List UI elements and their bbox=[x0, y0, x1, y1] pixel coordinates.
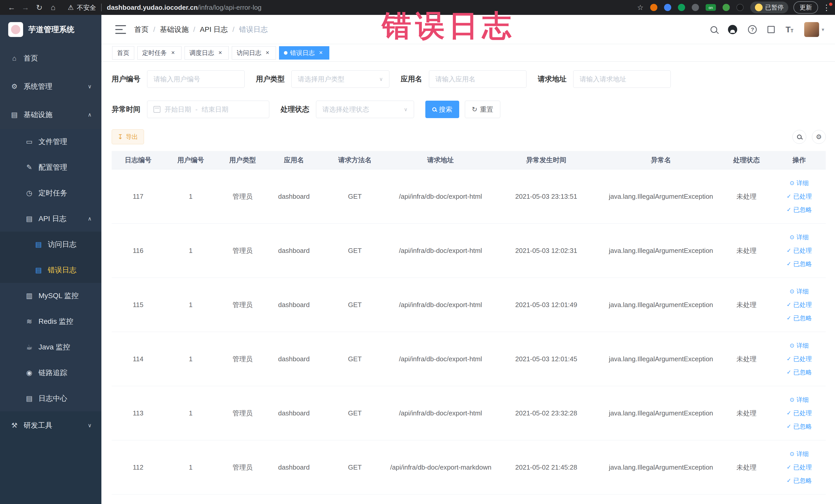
search-button[interactable]: 搜索 bbox=[425, 101, 459, 118]
back-icon[interactable]: ← bbox=[5, 3, 19, 12]
check-icon: ✓ bbox=[787, 356, 791, 362]
extension-on-icon[interactable]: on bbox=[706, 4, 716, 11]
sidebar-item-api-log[interactable]: ▤ API 日志 ∧ bbox=[0, 206, 101, 231]
exception-time-range-picker[interactable]: 开始日期 - 结束日期 bbox=[147, 101, 269, 118]
request-url-input[interactable]: 请输入请求地址 bbox=[573, 70, 671, 88]
sidebar-item-job[interactable]: ◷ 定时任务 bbox=[0, 180, 101, 206]
chevron-down-icon: ∨ bbox=[404, 106, 408, 113]
reload-icon[interactable]: ↻ bbox=[32, 3, 46, 12]
sidebar-item-java[interactable]: ☕ Java 监控 bbox=[0, 334, 101, 360]
user-menu[interactable]: ▾ bbox=[804, 22, 824, 37]
avatar[interactable] bbox=[804, 22, 819, 37]
breadcrumb-item[interactable]: 首页 bbox=[134, 25, 149, 35]
sidebar-item-file[interactable]: ▭ 文件管理 bbox=[0, 129, 101, 155]
cell-exception-time: 2021-05-02 21:45:28 bbox=[491, 463, 602, 471]
user-type-select[interactable]: 请选择用户类型 ∨ bbox=[291, 70, 389, 88]
chevron-down-icon: ∨ bbox=[88, 422, 91, 428]
forward-icon[interactable]: → bbox=[19, 3, 32, 12]
detail-link[interactable]: ⊙详细 bbox=[790, 230, 809, 244]
fullscreen-icon[interactable] bbox=[768, 26, 775, 33]
search-icon[interactable] bbox=[711, 26, 717, 33]
process-status-select[interactable]: 请选择处理状态 ∨ bbox=[316, 101, 414, 118]
ignored-link[interactable]: ✓已忽略 bbox=[787, 203, 812, 217]
close-icon[interactable]: × bbox=[264, 49, 271, 57]
breadcrumb-item[interactable]: API 日志 bbox=[200, 25, 228, 35]
refresh-button[interactable]: ⚙ bbox=[812, 130, 826, 144]
hamburger-icon[interactable] bbox=[115, 25, 126, 34]
sidebar-item-infra[interactable]: ▤ 基础设施 ∧ bbox=[0, 101, 101, 129]
processed-link[interactable]: ✓已处理 bbox=[787, 406, 812, 420]
sidebar-item-log-center[interactable]: ▤ 日志中心 bbox=[0, 386, 101, 411]
tab-access-log[interactable]: 访问日志 × bbox=[232, 46, 276, 60]
close-icon[interactable]: × bbox=[169, 49, 177, 57]
github-icon[interactable] bbox=[728, 25, 737, 34]
extension-icon[interactable] bbox=[650, 4, 657, 11]
processed-link[interactable]: ✓已处理 bbox=[787, 352, 812, 366]
cell-actions: ⊙详细 ✓已处理 ✓已忽略 bbox=[773, 339, 826, 379]
sidebar-item-config[interactable]: ✎ 配置管理 bbox=[0, 155, 101, 180]
update-button[interactable]: 更新 bbox=[793, 1, 818, 14]
font-size-icon[interactable]: TT bbox=[786, 25, 793, 34]
detail-link[interactable]: ⊙详细 bbox=[790, 285, 809, 298]
processed-link[interactable]: ✓已处理 bbox=[787, 190, 812, 203]
reset-button[interactable]: ↻ 重置 bbox=[465, 101, 500, 118]
processed-link[interactable]: ✓已处理 bbox=[787, 461, 812, 474]
close-icon[interactable]: × bbox=[217, 49, 224, 57]
detail-link[interactable]: ⊙详细 bbox=[790, 339, 809, 352]
ignored-link[interactable]: ✓已忽略 bbox=[787, 420, 812, 433]
toggle-search-button[interactable] bbox=[792, 130, 806, 144]
sidebar-item-dev-tools[interactable]: ⚒ 研发工具 ∨ bbox=[0, 411, 101, 440]
detail-link[interactable]: ⊙详细 bbox=[790, 176, 809, 190]
user-id-input[interactable]: 请输入用户编号 bbox=[147, 70, 245, 88]
extension-icon[interactable] bbox=[692, 4, 699, 11]
paused-button[interactable]: 已暂停 bbox=[750, 2, 788, 13]
address-bar[interactable]: dashboard.yudao.iocoder.cn/infra/log/api… bbox=[107, 4, 262, 12]
table-row: 114 1 管理员 dashboard GET /api/infra/db-do… bbox=[111, 332, 826, 386]
extension-icon[interactable] bbox=[722, 4, 730, 11]
app-name-input[interactable]: 请输入应用名 bbox=[429, 70, 527, 88]
sidebar-item-label: 定时任务 bbox=[39, 188, 91, 198]
tab-job[interactable]: 定时任务 × bbox=[137, 46, 182, 60]
close-icon[interactable]: × bbox=[317, 49, 324, 57]
caret-down-icon: ▾ bbox=[822, 26, 824, 33]
screen: ← → ↻ ⌂ ⚠ 不安全 dashboard.yudao.iocoder.cn… bbox=[0, 0, 835, 504]
cell-actions: ⊙详细 ✓已处理 ✓已忽略 bbox=[773, 176, 826, 217]
export-button[interactable]: ↧ 导出 bbox=[111, 129, 144, 144]
ignored-link[interactable]: ✓已忽略 bbox=[787, 474, 812, 487]
ignored-link[interactable]: ✓已忽略 bbox=[787, 366, 812, 379]
check-icon: ✓ bbox=[787, 478, 791, 483]
sidebar-item-mysql[interactable]: ▥ MySQL 监控 bbox=[0, 283, 101, 309]
extension-icon[interactable] bbox=[664, 4, 671, 11]
tab-error-log[interactable]: 错误日志 × bbox=[279, 46, 329, 60]
ignored-link[interactable]: ✓已忽略 bbox=[787, 257, 812, 270]
column-header: 操作 bbox=[773, 156, 826, 165]
sidebar-item-system[interactable]: ⚙ 系统管理 ∨ bbox=[0, 73, 101, 101]
tab-job-log[interactable]: 调度日志 × bbox=[185, 46, 229, 60]
extension-icon[interactable] bbox=[736, 4, 744, 11]
tab-home[interactable]: 首页 bbox=[112, 46, 134, 60]
browser-menu-icon[interactable]: ⋮ bbox=[823, 3, 830, 12]
detail-link[interactable]: ⊙详细 bbox=[790, 393, 809, 406]
sidebar-item-trace[interactable]: ◉ 链路追踪 bbox=[0, 360, 101, 386]
sidebar-item-home[interactable]: ⌂ 首页 bbox=[0, 44, 101, 73]
home-icon[interactable]: ⌂ bbox=[46, 3, 60, 12]
sidebar-item-error-log[interactable]: ▤ 错误日志 bbox=[0, 257, 101, 283]
trace-icon: ◉ bbox=[25, 369, 34, 377]
ignored-link[interactable]: ✓已忽略 bbox=[787, 311, 812, 325]
processed-link[interactable]: ✓已处理 bbox=[787, 298, 812, 311]
filter-row-2: 异常时间 开始日期 - 结束日期 处理状态 请选择处理状态 ∨ bbox=[111, 101, 826, 118]
start-date-input[interactable]: 开始日期 bbox=[165, 105, 191, 114]
help-icon[interactable]: ? bbox=[748, 25, 757, 34]
processed-link[interactable]: ✓已处理 bbox=[787, 244, 812, 257]
breadcrumb-item[interactable]: 基础设施 bbox=[160, 25, 189, 35]
clock-icon: ◷ bbox=[25, 189, 34, 197]
extension-icon[interactable] bbox=[678, 4, 685, 11]
column-header: 处理状态 bbox=[720, 156, 773, 165]
security-indicator[interactable]: ⚠ 不安全 bbox=[68, 3, 96, 12]
sidebar-item-access-log[interactable]: ▤ 访问日志 bbox=[0, 231, 101, 257]
end-date-input[interactable]: 结束日期 bbox=[202, 105, 228, 114]
bookmark-star-icon[interactable]: ☆ bbox=[637, 3, 644, 12]
detail-link[interactable]: ⊙详细 bbox=[790, 447, 809, 461]
sidebar-item-redis[interactable]: ≋ Redis 监控 bbox=[0, 309, 101, 334]
sidebar-item-label: 错误日志 bbox=[48, 265, 91, 275]
